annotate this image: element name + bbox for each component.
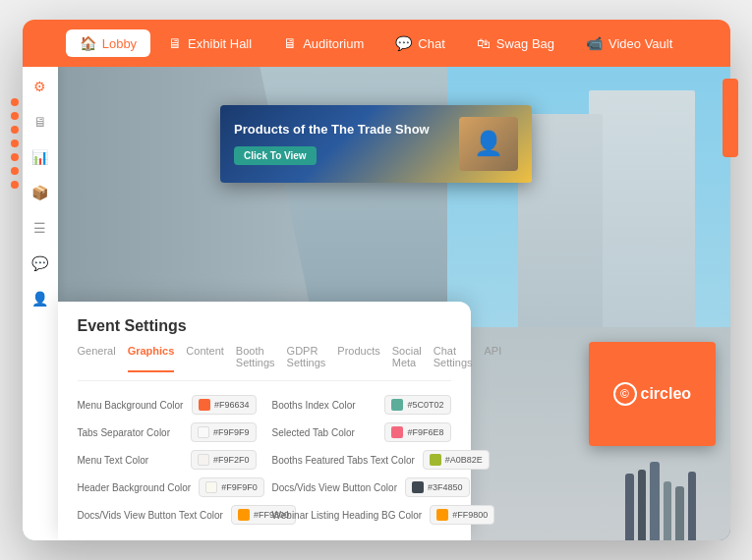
tab-general[interactable]: General <box>78 345 116 372</box>
docs-vids-btn-label: Docs/Vids View Button Color <box>272 482 397 493</box>
settings-panel: Event Settings General Graphics Content … <box>58 302 471 540</box>
circleo-name: circleo <box>641 385 692 403</box>
setting-tabs-separator: Tabs Separator Color #F9F9F9 <box>78 422 257 442</box>
circleo-brand: © circleo <box>613 382 692 406</box>
docs-vids-text-label: Docs/Vids View Button Text Color <box>78 510 223 521</box>
nav-label-auditorium: Auditorium <box>303 36 364 51</box>
header-bg-swatch <box>205 481 217 493</box>
sidebar-settings-icon[interactable]: ⚙ <box>30 77 50 96</box>
setting-docs-vids-button: Docs/Vids View Button Color #3F4850 <box>272 477 451 497</box>
menu-text-swatch <box>198 454 209 466</box>
billboard: Products of the The Trade Show Click To … <box>220 105 532 183</box>
nav-item-video[interactable]: 📹 Video Vault <box>572 29 686 57</box>
billboard-cta-button[interactable]: Click To View <box>234 146 317 165</box>
sidebar-menu-icon[interactable]: ☰ <box>30 218 50 238</box>
docs-vids-btn-input[interactable]: #3F4850 <box>405 477 470 497</box>
settings-title: Event Settings <box>78 317 451 335</box>
tabs-separator-swatch <box>198 426 209 438</box>
sidebar-user-icon[interactable]: 👤 <box>30 289 50 308</box>
webinar-heading-value: #FF9800 <box>452 510 488 520</box>
tab-social[interactable]: Social Meta <box>392 345 422 372</box>
tab-gdpr[interactable]: GDPR Settings <box>287 345 326 372</box>
left-decoration <box>11 98 19 189</box>
sidebar-analytics-icon[interactable]: 📊 <box>30 147 50 167</box>
setting-booths-index-color: Booths Index Color #5C0T02 <box>272 395 451 415</box>
booths-index-input[interactable]: #5C0T02 <box>384 395 450 415</box>
selected-tab-label: Selected Tab Color <box>272 427 355 438</box>
billboard-image: 👤 <box>459 117 518 171</box>
selected-tab-swatch <box>391 426 403 438</box>
tabs-separator-label: Tabs Separator Color <box>78 427 171 438</box>
webinar-heading-input[interactable]: #FF9800 <box>430 505 494 525</box>
menu-text-value: #F9F2F0 <box>213 455 250 465</box>
nav-label-lobby: Lobby <box>102 36 137 51</box>
billboard-title: Products of the The Trade Show <box>234 122 430 139</box>
setting-header-bg: Header Background Color #F9F9F0 <box>78 477 257 497</box>
sidebar-display-icon[interactable]: 🖥 <box>30 112 50 132</box>
webinar-heading-swatch <box>436 509 448 521</box>
booths-tabs-text-value: #A0B82E <box>445 455 483 465</box>
browser-window: 🏠 Lobby 🖥 Exhibit Hall 🖥 Auditorium 💬 Ch… <box>23 20 730 540</box>
docs-vids-btn-value: #3F4850 <box>428 482 463 492</box>
sidebar-products-icon[interactable]: 📦 <box>30 183 50 202</box>
logo-screen: © circleo <box>589 342 717 446</box>
swag-icon: 🛍 <box>477 35 491 51</box>
navigation-bar: 🏠 Lobby 🖥 Exhibit Hall 🖥 Auditorium 💬 Ch… <box>23 20 730 67</box>
person-8 <box>675 486 684 540</box>
person-6 <box>650 462 660 540</box>
chat-icon: 💬 <box>395 35 412 51</box>
nav-item-exhibit[interactable]: 🖥 Exhibit Hall <box>154 29 265 57</box>
auditorium-icon: 🖥 <box>283 35 297 51</box>
nav-label-exhibit: Exhibit Hall <box>188 36 252 51</box>
nav-item-auditorium[interactable]: 🖥 Auditorium <box>269 29 377 57</box>
tab-api[interactable]: API <box>485 345 502 372</box>
menu-bg-label: Menu Background Color <box>78 400 184 411</box>
tabs-separator-input[interactable]: #F9F9F9 <box>191 422 257 442</box>
header-bg-label: Header Background Color <box>78 482 192 493</box>
setting-docs-vids-text: Docs/Vids View Button Text Color #FF9800 <box>78 505 257 525</box>
person-7 <box>664 481 671 540</box>
docs-vids-btn-swatch <box>412 481 424 493</box>
docs-vids-text-swatch <box>238 509 250 521</box>
booths-index-label: Booths Index Color <box>272 400 356 411</box>
nav-item-lobby[interactable]: 🏠 Lobby <box>66 29 150 57</box>
booths-index-value: #5C0T02 <box>407 400 443 410</box>
settings-grid: Menu Background Color #F96634 Booths Ind… <box>78 395 451 525</box>
nav-label-swag: Swag Bag <box>496 36 554 51</box>
nav-item-swag[interactable]: 🛍 Swag Bag <box>463 29 568 57</box>
exhibit-icon: 🖥 <box>168 35 182 51</box>
booths-tabs-text-label: Booths Featured Tabs Text Color <box>272 455 415 466</box>
tab-chat[interactable]: Chat Settings <box>434 345 473 372</box>
nav-item-chat[interactable]: 💬 Chat <box>381 29 458 57</box>
person-4 <box>625 474 634 540</box>
tab-products[interactable]: Products <box>337 345 379 372</box>
booths-tabs-text-input[interactable]: #A0B82E <box>423 450 490 470</box>
right-decoration <box>723 79 738 157</box>
menu-text-input[interactable]: #F9F2F0 <box>191 450 257 470</box>
setting-selected-tab: Selected Tab Color #F9F6E8 <box>272 422 451 442</box>
tab-graphics[interactable]: Graphics <box>128 345 175 372</box>
selected-tab-value: #F9F6E8 <box>407 427 443 437</box>
header-bg-input[interactable]: #F9F9F0 <box>199 477 264 497</box>
booths-tabs-text-swatch <box>430 454 441 466</box>
nav-label-video: Video Vault <box>608 36 672 51</box>
billboard-content: Products of the The Trade Show Click To … <box>234 122 430 166</box>
menu-text-label: Menu Text Color <box>78 455 156 466</box>
setting-menu-bg-color: Menu Background Color #F96634 <box>78 395 257 415</box>
tab-content[interactable]: Content <box>186 345 224 372</box>
header-bg-value: #F9F9F0 <box>221 482 258 492</box>
tab-booth-settings[interactable]: Booth Settings <box>236 345 275 372</box>
left-sidebar: ⚙ 🖥 📊 📦 ☰ 💬 👤 <box>23 67 58 540</box>
selected-tab-input[interactable]: #F9F6E8 <box>384 422 450 442</box>
setting-webinar-heading-bg: Webinar Listing Heading BG Color #FF9800 <box>272 505 451 525</box>
lobby-icon: 🏠 <box>80 35 96 51</box>
main-content: Products of the The Trade Show Click To … <box>23 67 730 540</box>
webinar-heading-label: Webinar Listing Heading BG Color <box>272 510 423 521</box>
person-5 <box>638 470 646 540</box>
circleo-icon: © <box>613 382 637 406</box>
sidebar-chat-icon[interactable]: 💬 <box>30 253 50 273</box>
menu-bg-value: #F96634 <box>214 400 250 410</box>
nav-label-chat: Chat <box>418 36 444 51</box>
person-9 <box>688 472 696 540</box>
menu-bg-input[interactable]: #F96634 <box>192 395 257 415</box>
